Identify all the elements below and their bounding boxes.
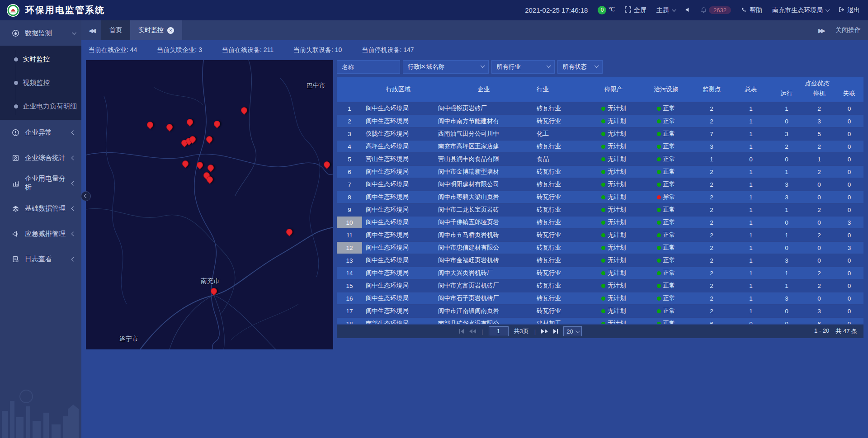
cell-stop: 0 — [803, 217, 835, 228]
table-row[interactable]: 15阆中生态环境局阆中市光富页岩机砖厂砖瓦行业无计划正常21120 — [337, 280, 863, 292]
sidebar-item-label: 企业异常 — [25, 128, 66, 137]
cell-industry: 砖瓦行业 — [533, 242, 586, 254]
table-row[interactable]: 6阆中生态环境局阆中市金博瑞新型墙材砖瓦行业无计划正常21120 — [337, 166, 863, 178]
cell-meter: 1 — [732, 242, 770, 254]
table-row[interactable]: 18南部生态环境局南部县砖华水泥有限公建材加工无计划正常60060 — [337, 318, 863, 324]
cell-meter: 1 — [732, 217, 770, 228]
table-row[interactable]: 3仪陇生态环境局西南油气田分公司川中化工无计划正常71350 — [337, 128, 863, 140]
cell-region: 阆中生态环境局 — [362, 179, 434, 190]
cell-region: 仪陇生态环境局 — [362, 128, 434, 140]
table-row[interactable]: 12阆中生态环境局阆中市忠信建材有限公砖瓦行业无计划正常21003 — [337, 242, 863, 254]
next-page-button[interactable] — [541, 329, 548, 334]
map-pin-icon[interactable] — [240, 106, 249, 115]
status-select[interactable]: 所有状态 — [557, 60, 603, 74]
notification-area[interactable]: 2632 — [701, 6, 731, 14]
sidebar-subitem[interactable]: 实时监控 — [0, 47, 81, 71]
tab-实时监控[interactable]: 实时监控× — [130, 20, 182, 40]
logout-button[interactable]: 退出 — [839, 6, 860, 14]
table-row[interactable]: 13阆中生态环境局阆中市金福旺页岩机砖砖瓦行业无计划正常21300 — [337, 254, 863, 266]
chevron-left-icon — [71, 206, 76, 211]
sidebar-item-3[interactable]: 企业用电量分析 — [0, 170, 81, 196]
map-pin-icon[interactable] — [322, 160, 331, 169]
cell-monitor: 6 — [691, 318, 732, 324]
chart-icon — [12, 179, 19, 187]
chevron-left-icon — [71, 231, 76, 236]
table-row[interactable]: 1阆中生态环境局阆中强锐页岩砖厂砖瓦行业无计划正常21120 — [337, 103, 863, 114]
cell-region: 阆中生态环境局 — [362, 166, 434, 178]
tabs-scroll-left-button[interactable]: ◀◀ — [81, 27, 101, 34]
last-page-button[interactable] — [553, 329, 558, 334]
tab-首页[interactable]: 首页 — [101, 20, 130, 40]
table-row[interactable]: 14阆中生态环境局阆中大兴页岩机砖厂砖瓦行业无计划正常21120 — [337, 267, 863, 279]
cell-meter: 1 — [732, 103, 770, 114]
cell-stop: 6 — [803, 318, 835, 324]
sidebar-item-5[interactable]: 应急减排管理 — [0, 221, 81, 246]
table-row[interactable]: 10阆中生态环境局阆中千佛镇五郎垭页岩砖瓦行业无计划正常21003 — [337, 217, 863, 228]
status-dot-icon — [657, 233, 661, 237]
mute-button[interactable] — [685, 7, 691, 14]
sidebar-item-0[interactable]: 数据监测 — [0, 20, 81, 46]
sidebar-item-label: 企业用电量分析 — [25, 174, 66, 192]
table-row[interactable]: 8阆中生态环境局阆中市枣碧大梁山页岩砖瓦行业无计划异常21300 — [337, 191, 863, 203]
page-size-select[interactable]: 20 — [563, 326, 581, 336]
map-pin-icon[interactable] — [206, 163, 215, 172]
map-pin-icon[interactable] — [209, 287, 218, 296]
cell-stop: 5 — [803, 128, 835, 140]
table-row[interactable]: 4高坪生态环境局南充市高坪区王家店建砖瓦行业无计划正常31220 — [337, 141, 863, 152]
sidebar-item-label: 基础数据管理 — [25, 204, 66, 213]
map-pin-icon[interactable] — [181, 159, 190, 168]
org-dropdown[interactable]: 南充市生态环境局 — [772, 6, 829, 14]
cell-monitor: 2 — [691, 115, 732, 127]
map-pin-icon[interactable] — [285, 227, 294, 236]
theme-dropdown[interactable]: 主题 — [656, 6, 675, 14]
app-logo-icon — [6, 4, 20, 17]
cell-region: 营山生态环境局 — [362, 153, 434, 165]
layers-icon — [12, 205, 19, 212]
sidebar-item-1[interactable]: 企业异常 — [0, 120, 81, 145]
table-row[interactable]: 9阆中生态环境局阆中市二龙长宝页岩砖砖瓦行业无计划正常21120 — [337, 204, 863, 216]
table-row[interactable]: 17阆中生态环境局阆中市江南镇阆南页岩砖瓦行业无计划正常21030 — [337, 305, 863, 317]
tabs-scroll-right-button[interactable]: ▶▶ — [818, 27, 824, 34]
map-pin-icon[interactable] — [212, 119, 222, 128]
map-panel[interactable]: 巴中市南充市遂宁市 — [86, 60, 333, 349]
sidebar-item-4[interactable]: 基础数据管理 — [0, 196, 81, 221]
map-pin-icon[interactable] — [195, 160, 204, 170]
cell-monitor: 2 — [691, 204, 732, 216]
table-row[interactable]: 5营山生态环境局营山县润丰肉食品有限食品无计划正常10010 — [337, 153, 863, 165]
page-input[interactable]: 1 — [489, 326, 509, 336]
cell-facility: 正常 — [641, 217, 691, 228]
sidebar-subitem[interactable]: 企业电力负荷明细 — [0, 94, 81, 118]
map-pin-icon[interactable] — [146, 120, 155, 129]
record-range: 1 - 20 共 47 条 — [814, 327, 857, 335]
tab-close-icon[interactable]: × — [167, 27, 174, 34]
cell-industry: 砖瓦行业 — [533, 103, 586, 114]
cell-company: 南充市高坪区王家店建 — [434, 141, 533, 152]
sidebar-subitem[interactable]: 视频监控 — [0, 71, 81, 94]
cell-plan: 无计划 — [586, 305, 641, 317]
help-button[interactable]: 帮助 — [741, 6, 762, 14]
stats-icon — [12, 154, 19, 162]
industry-select[interactable]: 所有行业 — [491, 60, 555, 74]
cell-meter: 1 — [732, 179, 770, 190]
close-operations-button[interactable]: 关闭操作 — [835, 26, 861, 34]
map-pin-icon[interactable] — [185, 118, 194, 127]
table-row[interactable]: 2阆中生态环境局阆中市南方节能建材有砖瓦行业无计划正常21030 — [337, 115, 863, 127]
sidebar-item-2[interactable]: 企业综合统计 — [0, 145, 81, 170]
name-search-input[interactable] — [337, 60, 400, 74]
map-pin-icon[interactable] — [165, 122, 174, 132]
table-row[interactable]: 11阆中生态环境局阆中市五马桥页岩机砖砖瓦行业无计划正常21120 — [337, 229, 863, 241]
status-dot-icon — [657, 170, 661, 174]
table-row[interactable]: 16阆中生态环境局阆中市石子页岩机砖厂砖瓦行业无计划正常21300 — [337, 292, 863, 304]
chevron-down-icon — [826, 7, 830, 12]
region-select[interactable]: 行政区域名称 — [403, 60, 489, 74]
map-pin-icon[interactable] — [205, 135, 214, 144]
stat-item: 当前停机设备: 147 — [362, 46, 414, 54]
fullscreen-button[interactable]: 全屏 — [625, 6, 646, 14]
sidebar-item-6[interactable]: 日志查看 — [0, 246, 81, 272]
cell-meter: 1 — [732, 141, 770, 152]
first-page-button[interactable] — [459, 329, 464, 334]
col-stop: 停机 — [803, 89, 835, 102]
map-collapse-handle[interactable] — [81, 191, 91, 201]
prev-page-button[interactable] — [469, 329, 476, 334]
table-row[interactable]: 7阆中生态环境局阆中明阳建材有限公司砖瓦行业无计划正常21300 — [337, 179, 863, 190]
